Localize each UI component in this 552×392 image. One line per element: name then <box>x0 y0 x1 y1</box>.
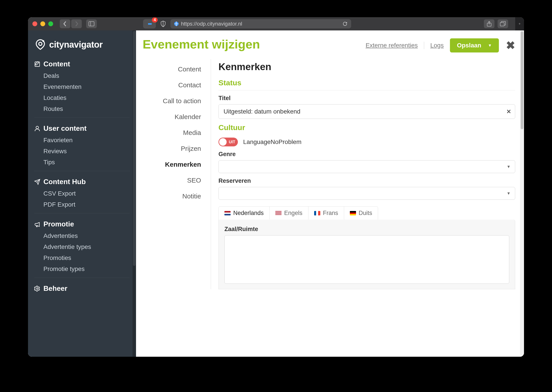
brand-logo-icon <box>35 39 46 50</box>
nav-section: PromotieAdvertentiesAdvertentie typesPro… <box>34 213 130 274</box>
nav-section-head[interactable]: Content <box>34 58 130 70</box>
nav-section: ContentDealsEvenementenLocatiesRoutes <box>34 58 130 114</box>
language-tab-body: Zaal/Ruimte <box>218 220 515 289</box>
section-status-heading: Status <box>218 78 515 90</box>
divider <box>424 42 424 49</box>
nav-item[interactable]: Reviews <box>34 146 130 157</box>
nav-item[interactable]: Promoties <box>34 252 130 263</box>
nav-item[interactable]: Evenementen <box>34 81 130 92</box>
share-button[interactable] <box>484 19 495 28</box>
nav-section-head[interactable]: Promotie <box>34 218 130 230</box>
nav-item[interactable]: Advertentie types <box>34 241 130 252</box>
sidebar-scrollbar[interactable] <box>133 30 136 357</box>
titlebar: ••• 4 https://odp.citynavigator.nl + <box>28 17 524 30</box>
svg-point-6 <box>42 40 44 42</box>
genre-label: Genre <box>218 151 515 158</box>
link-logs[interactable]: Logs <box>430 42 444 49</box>
page-header: Evenement wijzigen Externe referenties L… <box>136 30 524 59</box>
address-bar[interactable]: https://odp.citynavigator.nl <box>170 19 351 28</box>
new-tab-button[interactable]: + <box>515 17 524 30</box>
titel-label: Titel <box>218 95 515 102</box>
nav-section: Beheer <box>34 278 130 295</box>
nav-section-head[interactable]: Content Hub <box>34 176 130 188</box>
link-externe-referenties[interactable]: Externe referenties <box>365 42 418 49</box>
browser-window: ••• 4 https://odp.citynavigator.nl + <box>28 17 524 357</box>
titel-select[interactable]: Uitgesteld: datum onbekend <box>218 104 515 119</box>
section-nav-item[interactable]: Kalender <box>136 109 211 125</box>
form-area: Kenmerken Status Titel Uitgesteld: datum… <box>211 59 524 289</box>
main-scrollbar[interactable] <box>520 30 524 357</box>
nav-item[interactable]: Locaties <box>34 92 130 103</box>
nav-item[interactable]: PDF Export <box>34 199 130 210</box>
section-nav-item[interactable]: Prijzen <box>136 141 211 157</box>
genre-select[interactable]: ▼ <box>218 160 515 173</box>
app-sidebar: citynavigator ContentDealsEvenementenLoc… <box>28 30 136 357</box>
flag-en-icon <box>275 211 281 215</box>
site-icon <box>174 21 179 26</box>
url-text: https://odp.citynavigator.nl <box>181 21 242 27</box>
nav-section: Content HubCSV ExportPDF Export <box>34 171 130 210</box>
section-nav-item[interactable]: Notitie <box>136 188 211 204</box>
window-zoom[interactable] <box>48 21 53 26</box>
svg-point-9 <box>37 288 38 289</box>
reserveren-label: Reserveren <box>218 177 515 184</box>
nav-item[interactable]: Advertenties <box>34 230 130 241</box>
lang-tab-fr[interactable]: Frans <box>308 207 344 220</box>
flag-de-icon <box>350 211 356 215</box>
extensions-button[interactable]: ••• 4 <box>143 19 156 28</box>
save-button-label: Opslaan <box>457 42 481 49</box>
nav-item[interactable]: Tips <box>34 157 130 168</box>
section-nav-item[interactable]: Kenmerken <box>136 157 211 172</box>
caret-down-icon: ▼ <box>488 43 492 48</box>
section-nav-item[interactable]: Content <box>136 61 211 77</box>
flag-nl-icon <box>224 211 231 215</box>
toggle-knob <box>219 138 227 146</box>
flag-fr-icon <box>314 211 320 215</box>
svg-rect-4 <box>500 22 504 26</box>
reserveren-select[interactable]: ▼ <box>218 187 515 200</box>
svg-point-5 <box>39 42 42 46</box>
section-nav-item[interactable]: Contact <box>136 77 211 93</box>
notification-badge: 4 <box>152 17 158 22</box>
traffic-lights <box>32 21 53 26</box>
zaal-label: Zaal/Ruimte <box>224 226 509 233</box>
nav-item[interactable]: CSV Export <box>34 188 130 199</box>
nav-item[interactable]: Deals <box>34 70 130 81</box>
tabs-button[interactable] <box>497 19 508 28</box>
caret-down-icon: ▼ <box>507 191 510 196</box>
zaal-textarea[interactable] <box>224 235 509 284</box>
language-no-problem-toggle[interactable]: UIT <box>218 138 238 146</box>
main-area: Evenement wijzigen Externe referenties L… <box>136 30 524 357</box>
lang-tab-en[interactable]: Engels <box>270 207 308 220</box>
section-nav-item[interactable]: Media <box>136 125 211 141</box>
section-nav: ContentContactCall to actionKalenderMedi… <box>136 59 211 289</box>
brand[interactable]: citynavigator <box>28 34 136 57</box>
nav-back-button[interactable] <box>60 19 70 28</box>
close-button[interactable]: ✖ <box>506 39 515 52</box>
nav-item[interactable]: Favorieten <box>34 135 130 146</box>
section-nav-item[interactable]: SEO <box>136 172 211 188</box>
sidebar-toggle-button[interactable] <box>86 19 97 28</box>
svg-rect-0 <box>89 22 94 26</box>
reload-icon[interactable] <box>342 21 348 27</box>
nav-section: User contentFavorietenReviewsTips <box>34 118 130 168</box>
save-button[interactable]: Opslaan ▼ <box>450 38 499 52</box>
language-tabs: NederlandsEngelsFransDuits <box>218 206 378 220</box>
nav-section-head[interactable]: Beheer <box>34 283 130 295</box>
window-close[interactable] <box>32 21 37 26</box>
toggle-label: LanguageNoProblem <box>243 139 301 146</box>
svg-point-8 <box>36 126 39 129</box>
window-minimize[interactable] <box>40 21 45 26</box>
lang-tab-de[interactable]: Duits <box>344 207 378 220</box>
toggle-state-label: UIT <box>229 140 235 144</box>
titel-clear-icon[interactable]: ✕ <box>506 108 511 115</box>
nav-item[interactable]: Routes <box>34 103 130 114</box>
caret-down-icon: ▼ <box>507 164 510 169</box>
lang-tab-nl[interactable]: Nederlands <box>219 207 270 220</box>
privacy-shield-icon[interactable] <box>159 21 168 27</box>
section-nav-item[interactable]: Call to action <box>136 93 211 109</box>
brand-text: citynavigator <box>49 40 103 50</box>
section-cultuur-heading: Cultuur <box>218 123 515 132</box>
nav-item[interactable]: Promotie types <box>34 263 130 274</box>
nav-section-head[interactable]: User content <box>34 123 130 135</box>
